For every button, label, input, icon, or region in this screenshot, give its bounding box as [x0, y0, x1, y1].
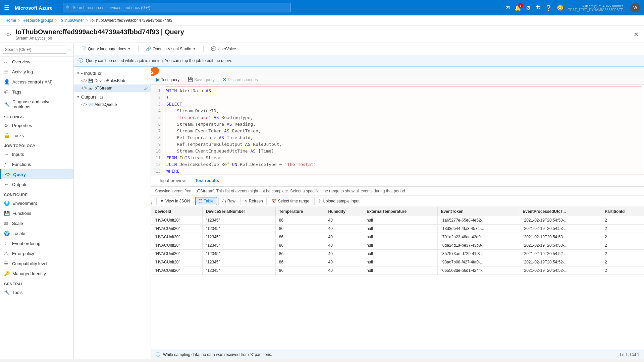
table-row: "HVACUnit20""12345"8640null"13d8de44-4fa… [151, 225, 644, 233]
sidebar-item-event-ordering[interactable]: ↕ Event ordering [0, 238, 73, 248]
iotstream-icon: </> ☁ [81, 86, 92, 90]
sidebar-item-managed-identity[interactable]: 🔑 Managed Identity [0, 268, 73, 279]
tab-test-results[interactable]: Test results [190, 175, 224, 186]
close-button[interactable]: ✕ [634, 31, 639, 38]
inputs-tree-header[interactable]: ▼ ▪ Inputs (2) [74, 69, 151, 77]
section-label-job-topology: Job topology [0, 140, 73, 149]
nav-icon-group: ✉ 🔔 1 ⚙ 🛠 ❔ 😀 william@PSA365.onmicr... T… [505, 3, 640, 12]
hamburger-menu[interactable]: ☰ [4, 4, 9, 11]
code-line-11: FROM IoTStream Stream [166, 155, 641, 161]
sidebar-item-properties[interactable]: ⚙ Properties [0, 120, 73, 130]
outputs-tree-header[interactable]: ▼ Outputs (1) [74, 93, 151, 101]
sidebar-item-storage-account[interactable]: 💾 Functions [0, 208, 73, 218]
user-voice-btn[interactable]: 💬 UserVoice [208, 45, 239, 53]
sidebar-item-scale[interactable]: ⚖ Scale [0, 218, 73, 228]
badge-1-circle: 1 [151, 199, 152, 207]
code-line-2: ( [166, 94, 641, 101]
sidebar-item-inputs[interactable]: → Inputs [0, 149, 73, 159]
breadcrumb-resource-groups[interactable]: Resource groups [22, 18, 53, 23]
sidebar-item-query[interactable]: <> Query [0, 169, 73, 179]
user-avatar[interactable]: W [631, 3, 640, 12]
inputs-icon: → [4, 152, 9, 157]
functions-icon: ƒ [4, 162, 9, 167]
tree-item-alerts-queue[interactable]: </> 📨 AlertsQueue [74, 101, 151, 108]
select-time-range-btn[interactable]: 📅 Select time range [268, 197, 313, 205]
sidebar-label-outputs: Outputs [12, 182, 28, 187]
upload-sample-btn[interactable]: ⇧ Upload sample input [314, 197, 363, 205]
sidebar-item-diagnose[interactable]: 🔧 Diagnose and solve problems [0, 97, 73, 112]
content-area: 📄 Query language docs ▼ 🔗 Open in Visual… [74, 43, 644, 359]
bottom-message: While sampling data, no data was receive… [163, 352, 272, 357]
table-row: "HVACUnit20""12345"8640null"98ad7b08-f42… [151, 258, 644, 266]
code-line-10: Stream.EventEnqueuedUtcTime AS [Time] [166, 148, 641, 155]
notifications-icon[interactable]: 🔔 1 [515, 5, 521, 11]
breadcrumb-iothub-owner[interactable]: IoThubOwner [59, 18, 84, 23]
sidebar-item-environment[interactable]: 🌐 Environment [0, 198, 73, 208]
sidebar-item-activity-log[interactable]: ☰ Activity log [0, 67, 73, 77]
sidebar-item-locale[interactable]: 🌍 Locale [0, 228, 73, 238]
sidebar-item-outputs[interactable]: ← Outputs [0, 179, 73, 189]
table-cell: 2 [601, 233, 644, 241]
discard-changes-btn[interactable]: ✕ Discard changes [220, 76, 260, 83]
sidebar-collapse-btn[interactable]: « [68, 47, 71, 52]
table-cell: null [363, 266, 437, 275]
email-icon[interactable]: ✉ [505, 5, 510, 11]
line-numbers: 12345 678910 1112131415 1617 [151, 85, 163, 173]
queue-icon: </> 📨 [81, 102, 93, 107]
settings-icon[interactable]: 🛠 [535, 5, 541, 11]
sidebar-item-tools[interactable]: 🔧 Tools [0, 287, 73, 297]
brand-logo: Microsoft Azure [15, 5, 53, 11]
storage-icon: 💾 [4, 210, 10, 216]
code-editor[interactable]: WITH AlertData AS ( SELECT Stream.Device… [163, 85, 644, 173]
editor-area: ▶ Test query 💾 Save query ✕ Discard chan… [151, 75, 644, 175]
save-query-btn[interactable]: 💾 Save query [185, 76, 217, 83]
table-btn[interactable]: ☷ Table [195, 197, 217, 205]
tree-item-device-rules-blob[interactable]: </> 💾 DeviceRulesBlob [74, 77, 151, 84]
help-icon[interactable]: ❔ [545, 5, 552, 11]
user-email: william@PSA365.onmicr... [583, 4, 626, 8]
sidebar-item-locks[interactable]: 🔒 Locks [0, 130, 73, 140]
back-forward-nav[interactable]: <> [5, 32, 11, 37]
table-cell: "HVACUnit20" [151, 250, 203, 258]
sidebar-label-tools: Tools [12, 290, 22, 295]
breadcrumb-home[interactable]: Home [5, 18, 16, 23]
tree-item-label-iotstream: IoTStream [94, 86, 112, 90]
query-lang-docs-btn[interactable]: 📄 Query language docs ▼ [78, 45, 134, 53]
sidebar-item-access-control[interactable]: 👤 Access control (IAM) [0, 77, 73, 87]
raw-btn[interactable]: { } Raw [218, 197, 239, 205]
results-table-wrapper[interactable]: DeviceId DeviceSerialNumber Temperature … [151, 207, 644, 350]
toolbar-separator-2 [203, 46, 204, 52]
save-icon: 💾 [187, 77, 193, 82]
breadcrumb: Home > Resource groups > IoThubOwner > I… [0, 15, 644, 25]
sidebar-search-input[interactable] [3, 46, 66, 54]
table-cell: "HVACUnit20" [151, 241, 203, 250]
edit-icon[interactable]: 🖊 [144, 86, 148, 90]
test-query-btn[interactable]: ▶ Test query [154, 76, 182, 83]
global-search-bar[interactable]: 🔍 Search resources, services, and docs (… [63, 3, 291, 12]
table-cell: "13d8de44-4fa3-457c-... [437, 225, 519, 233]
sidebar-item-compat-level[interactable]: ☰ Compatibility level [0, 258, 73, 268]
table-icon: ☷ [199, 199, 203, 203]
section-label-general: General [0, 279, 73, 287]
outputs-title: Outputs [81, 95, 97, 100]
table-cell: 40 [325, 250, 363, 258]
page-header: <> IoThubOwnercffed999acb44739a43fbbd74f… [0, 25, 644, 43]
sidebar-item-tags[interactable]: 🏷 Tags [0, 87, 73, 97]
view-in-json-btn[interactable]: ▼ View in JSON [156, 197, 194, 205]
refresh-btn[interactable]: ↻ Refresh [240, 197, 267, 205]
feedback-icon[interactable]: 😀 [557, 5, 564, 11]
cloud-shell-icon[interactable]: ⚙ [526, 5, 531, 11]
editor-content[interactable]: 12345 678910 1112131415 1617 WITH AlertD… [151, 85, 644, 173]
tree-item-iotstream[interactable]: </> ☁ IoTStream 🖊 [74, 84, 151, 92]
user-voice-icon: 💬 [211, 46, 216, 51]
sidebar-item-functions[interactable]: ƒ Functions [0, 159, 73, 169]
table-cell: 40 [325, 258, 363, 266]
sidebar-item-error-policy[interactable]: ⚠ Error policy [0, 248, 73, 258]
open-vs-btn[interactable]: 🔗 Open in Visual Studio ▼ [143, 45, 199, 53]
activity-log-icon: ☰ [4, 69, 9, 74]
sidebar-item-overview[interactable]: ⌂ Overview [0, 57, 73, 67]
results-tabs: Input preview Test results [151, 175, 644, 187]
tab-input-preview[interactable]: Input preview [155, 175, 190, 186]
tree-item-label-device-rules: DeviceRulesBlob [95, 78, 125, 83]
diagnose-icon: 🔧 [4, 102, 10, 107]
